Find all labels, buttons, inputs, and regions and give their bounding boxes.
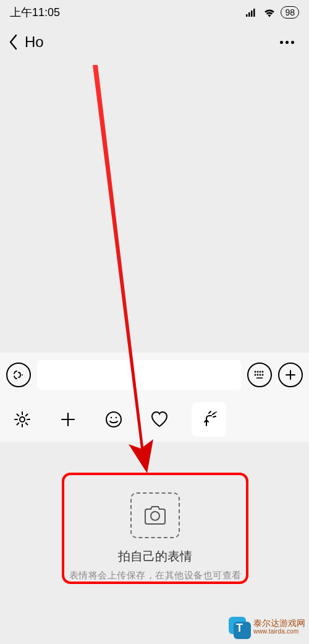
more-menu-button[interactable] bbox=[274, 35, 300, 50]
svg-point-6 bbox=[257, 371, 258, 372]
svg-point-17 bbox=[116, 417, 117, 418]
emoji-keyboard-button[interactable] bbox=[247, 363, 272, 387]
battery-indicator: 98 bbox=[281, 6, 299, 19]
svg-point-19 bbox=[151, 512, 159, 520]
status-right: 98 bbox=[246, 6, 299, 19]
input-bar bbox=[0, 353, 309, 397]
selfie-emoji-tab[interactable] bbox=[192, 402, 226, 437]
panel-title: 拍自己的表情 bbox=[118, 548, 192, 565]
camera-placeholder-icon bbox=[130, 492, 180, 538]
svg-text:T: T bbox=[236, 622, 243, 634]
panel-subtitle: 表情将会上传保存，在其他设备也可查看 bbox=[69, 570, 242, 582]
svg-point-15 bbox=[106, 412, 121, 427]
heart-tab[interactable] bbox=[146, 406, 173, 433]
watermark-url: www.tairda.com bbox=[253, 628, 305, 635]
svg-rect-0 bbox=[246, 14, 248, 17]
chat-title: Ho bbox=[25, 33, 44, 51]
svg-point-10 bbox=[257, 374, 258, 375]
status-bar: 上午11:05 98 bbox=[0, 0, 309, 25]
svg-point-8 bbox=[262, 371, 263, 372]
back-button[interactable] bbox=[6, 30, 20, 54]
create-selfie-emoji-card[interactable]: 拍自己的表情 表情将会上传保存，在其他设备也可查看 bbox=[62, 473, 248, 584]
message-input[interactable] bbox=[37, 360, 241, 390]
voice-input-button[interactable] bbox=[6, 363, 31, 387]
watermark-name: 泰尔达游戏网 bbox=[253, 619, 305, 628]
svg-rect-1 bbox=[248, 12, 250, 17]
wifi-icon bbox=[263, 8, 276, 17]
svg-point-11 bbox=[260, 374, 260, 375]
svg-rect-2 bbox=[251, 11, 253, 17]
svg-point-5 bbox=[255, 371, 255, 372]
signal-icon bbox=[246, 8, 258, 17]
add-tab[interactable] bbox=[54, 406, 82, 433]
svg-rect-3 bbox=[253, 9, 255, 17]
nav-bar: Ho bbox=[0, 25, 309, 59]
settings-tab[interactable] bbox=[9, 406, 36, 433]
watermark: T 泰尔达游戏网 www.tairda.com bbox=[225, 613, 305, 640]
svg-point-16 bbox=[111, 417, 112, 418]
more-options-button[interactable] bbox=[278, 363, 303, 387]
svg-point-14 bbox=[20, 417, 25, 422]
status-time: 上午11:05 bbox=[10, 5, 60, 20]
smiley-tab[interactable] bbox=[100, 406, 127, 433]
svg-point-4 bbox=[22, 374, 23, 376]
watermark-logo-icon: T bbox=[225, 613, 252, 640]
svg-point-9 bbox=[255, 374, 255, 375]
emoji-toolbar bbox=[0, 397, 309, 442]
svg-point-12 bbox=[262, 374, 263, 375]
svg-point-7 bbox=[260, 371, 260, 372]
